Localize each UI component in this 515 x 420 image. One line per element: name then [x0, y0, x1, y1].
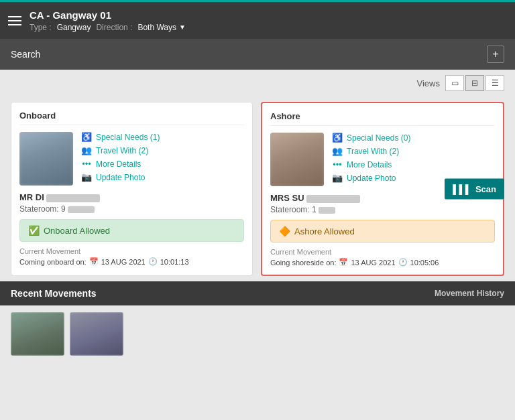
ashore-check-icon: 🔶: [279, 226, 290, 236]
recent-photos: [0, 305, 515, 362]
travel-with-link[interactable]: Travel With (2): [96, 146, 148, 155]
ashore-special-needs-item: ♿ Special Needs (0): [332, 133, 495, 143]
update-photo-item: 📷 Update Photo: [81, 172, 244, 182]
ashore-clock-icon: 🕐: [398, 258, 408, 267]
type-value: Gangway: [57, 23, 91, 32]
menu-button[interactable]: [8, 16, 21, 25]
recent-photo-1: [11, 312, 64, 356]
more-details-item: ••• More Details: [81, 159, 244, 169]
special-needs-item: ♿ Special Needs (1): [81, 132, 244, 142]
ashore-card: Ashore ♿ Special Needs (0) 👥 Travel With…: [261, 102, 504, 276]
accessibility-icon: ♿: [81, 132, 92, 142]
more-details-link[interactable]: More Details: [96, 159, 141, 169]
add-button[interactable]: +: [487, 46, 504, 63]
onboard-current-movement-label: Current Movement: [19, 247, 244, 255]
stateroom-blur: [68, 206, 95, 213]
ashore-section-title: Ashore: [270, 111, 495, 126]
views-bar: Views ▭ ⊟ ☰: [0, 70, 515, 96]
chevron-down-icon: ▼: [179, 23, 186, 31]
ashore-update-photo-link[interactable]: Update Photo: [347, 173, 396, 183]
ashore-travel-with-link[interactable]: Travel With (2): [347, 147, 399, 156]
ashore-current-movement-label: Current Movement: [270, 248, 495, 256]
check-icon: ✅: [28, 225, 40, 236]
camera-icon: 📷: [81, 172, 92, 182]
view-single-button[interactable]: ▭: [445, 75, 464, 91]
direction-value: Both Ways: [137, 23, 176, 32]
header-meta: Type : Gangway Direction : Both Ways ▼: [30, 23, 507, 32]
ashore-more-icon: •••: [332, 159, 343, 169]
calendar-icon: 📅: [89, 257, 99, 266]
onboard-name: MR DI: [19, 192, 244, 202]
direction-dropdown[interactable]: Both Ways ▼: [137, 23, 185, 32]
name-blur: [46, 194, 100, 202]
ashore-calendar-icon: 📅: [339, 258, 348, 267]
ashore-accessibility-icon: ♿: [332, 133, 343, 143]
movement-history-link[interactable]: Movement History: [435, 289, 504, 298]
onboard-stateroom: Stateroom: 9: [19, 204, 244, 214]
view-buttons: ▭ ⊟ ☰: [445, 75, 504, 91]
ashore-special-needs-link[interactable]: Special Needs (0): [347, 133, 410, 143]
type-label: Type :: [30, 23, 52, 32]
special-needs-link[interactable]: Special Needs (1): [96, 133, 160, 142]
ashore-status-label: Ashore Allowed: [294, 226, 355, 236]
direction-label: Direction :: [96, 23, 132, 32]
onboard-avatar: [19, 132, 73, 186]
recent-movements-title: Recent Movements: [11, 288, 97, 299]
onboard-status-badge: ✅ Onboard Allowed: [19, 219, 244, 242]
travel-with-item: 👥 Travel With (2): [81, 145, 244, 155]
cards-area: Onboard ♿ Special Needs (1) 👥 Travel Wit…: [0, 96, 515, 281]
group-icon: 👥: [81, 145, 92, 155]
view-split-button[interactable]: ⊟: [465, 75, 484, 91]
recent-photo-2: [70, 312, 123, 356]
header: CA - Gangway 01 Type : Gangway Direction…: [0, 0, 515, 39]
recent-movements-header: Recent Movements Movement History: [0, 281, 515, 305]
clock-icon: 🕐: [148, 257, 158, 266]
ashore-stateroom: Stateroom: 1: [270, 205, 495, 214]
onboard-status-label: Onboard Allowed: [44, 226, 110, 236]
ashore-stateroom-blur: [319, 207, 335, 214]
views-label: Views: [417, 78, 440, 88]
onboard-movement-detail: Coming onboard on: 📅 13 AUG 2021 🕐 10:01…: [19, 257, 244, 266]
ashore-more-details-link[interactable]: More Details: [347, 160, 392, 169]
view-list-button[interactable]: ☰: [485, 75, 504, 91]
page-title: CA - Gangway 01: [30, 9, 507, 21]
search-bar: Search +: [0, 39, 515, 70]
ashore-movement-detail: Going shoreside on: 📅 13 AUG 2021 🕐 10:0…: [270, 258, 495, 267]
scan-button[interactable]: ▌▌▌ Scan: [445, 179, 504, 200]
onboard-section-title: Onboard: [19, 111, 244, 125]
onboard-person: ♿ Special Needs (1) 👥 Travel With (2) ••…: [19, 132, 244, 186]
ashore-name-blur: [306, 195, 360, 203]
ashore-travel-with-item: 👥 Travel With (2): [332, 146, 495, 156]
recent-photo-2-image: [70, 312, 123, 356]
update-photo-link[interactable]: Update Photo: [96, 173, 145, 182]
ashore-group-icon: 👥: [332, 146, 343, 156]
search-label: Search: [11, 49, 40, 60]
ashore-avatar: [270, 133, 324, 186]
barcode-icon: ▌▌▌: [453, 184, 471, 194]
ashore-camera-icon: 📷: [332, 173, 343, 183]
ashore-more-details-item: ••• More Details: [332, 159, 495, 169]
onboard-card: Onboard ♿ Special Needs (1) 👥 Travel Wit…: [11, 102, 253, 276]
more-icon: •••: [81, 159, 92, 169]
header-title-group: CA - Gangway 01 Type : Gangway Direction…: [30, 9, 507, 32]
onboard-details: ♿ Special Needs (1) 👥 Travel With (2) ••…: [81, 132, 244, 186]
recent-photo-1-image: [11, 312, 64, 356]
ashore-status-badge: 🔶 Ashore Allowed: [270, 220, 495, 242]
